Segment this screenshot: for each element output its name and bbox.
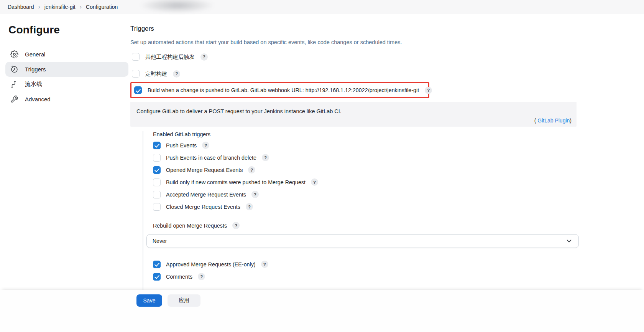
- help-icon[interactable]: ?: [251, 191, 259, 198]
- help-icon[interactable]: ?: [198, 273, 205, 280]
- checkbox[interactable]: [134, 86, 142, 94]
- breadcrumb-dashboard[interactable]: Dashboard: [8, 4, 34, 10]
- checkbox[interactable]: [153, 261, 161, 268]
- checkbox-label[interactable]: 定时构建: [145, 70, 167, 78]
- checkbox[interactable]: [153, 166, 161, 174]
- help-icon[interactable]: ?: [261, 261, 268, 268]
- apply-button[interactable]: 应用: [168, 294, 200, 307]
- gitlab-plugin-link-line: ( GitLab Plugin): [534, 117, 572, 124]
- checkbox-label[interactable]: Comments: [166, 274, 192, 280]
- checkbox-label[interactable]: Build when a change is pushed to GitLab.…: [148, 87, 419, 93]
- gitlab-plugin-link[interactable]: GitLab Plugin: [537, 117, 570, 124]
- checkbox-label[interactable]: Build only if new commits were pushed to…: [166, 179, 306, 185]
- checkbox-label[interactable]: Approved Merge Requests (EE-only): [166, 261, 256, 268]
- chevron-right-icon: ›: [80, 4, 82, 10]
- option-row-accepted-merge-request: Accepted Merge Request Events ?: [153, 190, 577, 199]
- chevron-right-icon: ›: [38, 4, 40, 10]
- sidebar-item-label: General: [25, 51, 45, 58]
- sidebar-item-label: 流水线: [25, 81, 42, 88]
- trigger-row-build-periodically: 定时构建 ?: [132, 68, 577, 79]
- help-icon[interactable]: ?: [246, 203, 253, 210]
- help-icon[interactable]: ?: [311, 178, 318, 186]
- checkbox[interactable]: [132, 53, 140, 61]
- save-bar: Save 应用: [0, 290, 644, 332]
- triggers-section: Triggers Set up automated actions that s…: [130, 14, 577, 320]
- gitlab-info-panel: Configure GitLab to deliver a POST reque…: [130, 102, 577, 127]
- checkbox-label[interactable]: Opened Merge Request Events: [166, 167, 243, 173]
- checkbox-label[interactable]: Closed Merge Request Events: [166, 204, 240, 210]
- pipeline-icon: [10, 80, 18, 89]
- trigger-row-gitlab-webhook: Build when a change is pushed to GitLab.…: [134, 85, 424, 95]
- rebuild-select[interactable]: Never: [146, 234, 579, 248]
- help-icon[interactable]: ?: [262, 154, 269, 161]
- checkbox[interactable]: [153, 178, 161, 186]
- clock-icon: [10, 65, 18, 74]
- page-title: Configure: [8, 24, 129, 36]
- breadcrumb-configuration[interactable]: Configuration: [86, 4, 118, 10]
- top-bar: Dashboard › jenkinsfile-git › Configurat…: [0, 0, 644, 14]
- paren-close: ): [570, 117, 572, 124]
- section-subtitle: Set up automated actions that start your…: [130, 39, 577, 45]
- sidebar-item-label: Triggers: [25, 66, 46, 73]
- rebuild-open-merge-requests-row: Rebuild open Merge Requests ?: [153, 222, 577, 229]
- checkbox[interactable]: [153, 273, 161, 281]
- sidebar-item-advanced[interactable]: Advanced: [5, 92, 128, 107]
- paren-open: (: [534, 117, 538, 124]
- option-row-push-events: Push Events ?: [153, 141, 577, 150]
- sidebar-item-pipeline[interactable]: 流水线: [5, 77, 128, 92]
- option-row-comments: Comments ?: [153, 272, 577, 281]
- checkbox-label[interactable]: Push Events: [166, 142, 197, 149]
- highlight-annotation-box: Build when a change is pushed to GitLab.…: [130, 82, 429, 98]
- enabled-gitlab-triggers-label: Enabled GitLab triggers: [153, 131, 577, 137]
- checkbox[interactable]: [153, 142, 161, 149]
- config-sidebar: Configure General Triggers 流水线 Advanced: [0, 14, 129, 107]
- sidebar-item-triggers[interactable]: Triggers: [5, 62, 128, 77]
- checkbox-label[interactable]: Accepted Merge Request Events: [166, 192, 246, 198]
- section-title: Triggers: [130, 25, 577, 33]
- help-icon[interactable]: ?: [232, 222, 240, 229]
- checkbox-label[interactable]: Push Events in case of branch delete: [166, 155, 256, 161]
- chevron-down-icon: [567, 238, 572, 243]
- checkbox-label[interactable]: 其他工程构建后触发: [145, 53, 195, 61]
- sidebar-item-label: Advanced: [25, 96, 51, 102]
- trigger-row-build-after-other-projects: 其他工程构建后触发 ?: [132, 51, 577, 62]
- help-icon[interactable]: ?: [173, 70, 180, 78]
- checkbox[interactable]: [153, 191, 161, 198]
- save-button[interactable]: Save: [136, 294, 162, 307]
- help-icon[interactable]: ?: [200, 53, 208, 61]
- gitlab-info-text: Configure GitLab to deliver a POST reque…: [136, 108, 570, 114]
- gear-icon: [10, 50, 18, 59]
- sidebar-item-general[interactable]: General: [5, 47, 128, 62]
- help-icon[interactable]: ?: [248, 166, 255, 173]
- rebuild-label: Rebuild open Merge Requests: [153, 223, 227, 229]
- wrench-icon: [10, 95, 18, 104]
- rebuild-selected-value: Never: [153, 238, 167, 244]
- option-row-closed-merge-request: Closed Merge Request Events ?: [153, 202, 577, 211]
- help-icon[interactable]: ?: [202, 142, 209, 149]
- breadcrumb-job[interactable]: jenkinsfile-git: [44, 4, 76, 10]
- option-row-opened-merge-request: Opened Merge Request Events ?: [153, 165, 577, 174]
- checkbox[interactable]: [153, 203, 161, 211]
- option-row-push-events-branch-delete: Push Events in case of branch delete ?: [153, 153, 577, 162]
- option-row-approved-merge-requests: Approved Merge Requests (EE-only) ?: [153, 260, 577, 269]
- help-icon[interactable]: ?: [425, 87, 432, 94]
- option-row-new-commits-merge-request: Build only if new commits were pushed to…: [153, 178, 577, 187]
- checkbox[interactable]: [132, 70, 140, 78]
- checkbox[interactable]: [153, 154, 161, 162]
